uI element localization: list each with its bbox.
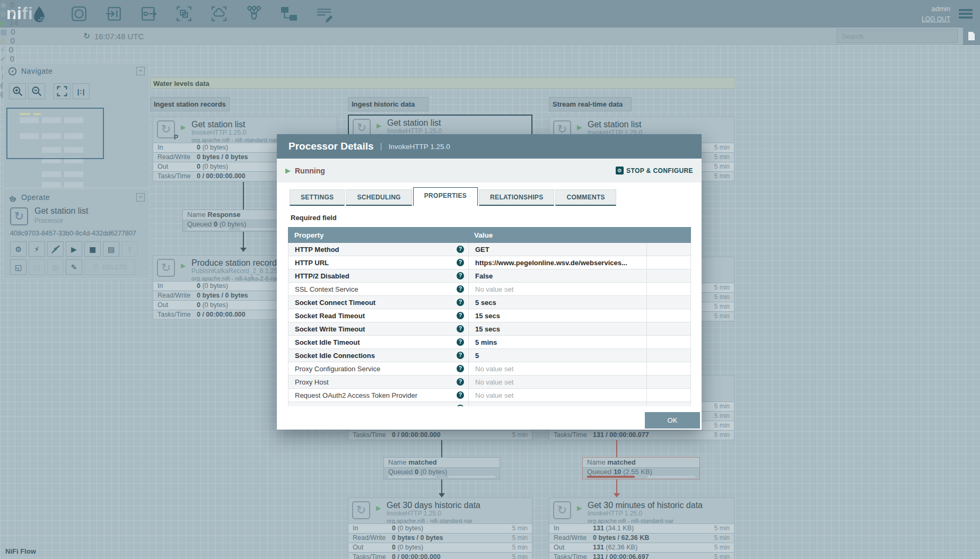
property-name: Socket Write Timeout: [295, 325, 365, 333]
connection-label-matched-left[interactable]: Name matched Queued 0 (0 bytes): [383, 457, 500, 479]
dialog-tab[interactable]: SETTINGS: [290, 189, 345, 206]
help-icon[interactable]: ?: [457, 365, 464, 372]
help-icon[interactable]: ?: [457, 285, 464, 293]
ok-button[interactable]: OK: [645, 412, 700, 429]
help-icon[interactable]: ?: [457, 299, 464, 306]
connection-label-matched-right[interactable]: Name matched Queued 10 (2.55 KB): [582, 457, 700, 479]
dialog-header: Processor Details | InvokeHTTP 1.25.0: [277, 134, 702, 159]
dialog-tab[interactable]: PROPERTIES: [413, 187, 478, 206]
help-icon[interactable]: ?: [457, 391, 464, 399]
navigate-title: Navigate: [21, 67, 52, 75]
stop-and-configure-button[interactable]: ⚙ STOP & CONFIGURE: [616, 167, 693, 174]
help-icon[interactable]: ?: [457, 338, 464, 346]
property-name: SSL Context Service: [295, 285, 358, 293]
properties-table-header: Property Value: [288, 227, 691, 243]
remote-process-group-icon[interactable]: [211, 5, 228, 22]
operate-action-button[interactable]: ▤: [103, 241, 119, 257]
canvas-label-water-levels[interactable]: Water levels data: [150, 77, 735, 89]
property-row: Proxy Host ? No value set: [288, 375, 690, 389]
selected-component-type: Processor: [34, 217, 63, 224]
collapse-operate-button[interactable]: −: [136, 193, 145, 202]
hand-icon: [8, 193, 17, 202]
dialog-tab[interactable]: SCHEDULING: [346, 189, 412, 206]
logout-link[interactable]: LOG OUT: [922, 14, 950, 24]
search-input[interactable]: [837, 29, 958, 43]
property-row: Proxy Configuration Service ? No value s…: [288, 362, 690, 375]
processor-stat-row: Out 0 (0 bytes) 5 min: [348, 543, 532, 552]
minimap-viewport[interactable]: [6, 108, 104, 159]
collapse-navigate-button[interactable]: −: [136, 67, 145, 75]
status-item: ■ 0: [0, 27, 67, 36]
connection-line[interactable]: [441, 479, 442, 493]
processor-stat-row: Out 131 (62.36 KB) 5 min: [549, 543, 734, 552]
operate-action-button[interactable]: ▦: [47, 259, 64, 275]
last-refresh-time: 16:07:48 UTC: [94, 32, 144, 41]
dialog-tab[interactable]: COMMENTS: [555, 189, 616, 206]
input-port-icon[interactable]: [106, 5, 122, 22]
processor-get-30-days-historic-data[interactable]: ↻ ▶ Get 30 days historic data InvokeHTTP…: [348, 497, 532, 559]
connection-line[interactable]: [243, 232, 244, 248]
status-count: 14: [10, 18, 19, 27]
property-value: 5: [468, 349, 646, 362]
operate-action-button[interactable]: ■: [84, 241, 101, 257]
canvas-label-ingest-historic-data[interactable]: Ingest historic data: [348, 97, 428, 111]
dialog-tab[interactable]: RELATIONSHIPS: [479, 189, 554, 206]
operate-action-button[interactable]: ⚡: [47, 241, 64, 257]
running-status-icon: ▶: [181, 124, 186, 131]
operate-action-button[interactable]: ⬆: [121, 241, 138, 257]
connection-line[interactable]: [243, 182, 244, 209]
property-name: Socket Read Timeout: [295, 312, 365, 320]
operate-action-button[interactable]: ▶: [66, 241, 82, 257]
process-group-icon[interactable]: [176, 5, 192, 22]
breadcrumb[interactable]: NiFi Flow: [5, 547, 36, 555]
property-name: HTTP URL: [295, 259, 329, 267]
help-icon[interactable]: ?: [457, 325, 464, 333]
birdseye-toggle-icon[interactable]: [963, 28, 980, 45]
connection-line[interactable]: [616, 479, 617, 493]
refresh-icon[interactable]: ↻: [83, 31, 90, 41]
connection-line[interactable]: [441, 440, 442, 457]
canvas-label-ingest-station-records[interactable]: Ingest station records: [150, 97, 230, 111]
help-icon[interactable]: ?: [457, 246, 464, 253]
operate-action-button[interactable]: ⚙: [10, 241, 27, 257]
connection-arrowhead-icon: [439, 493, 445, 497]
current-user: admin: [922, 4, 950, 14]
output-port-icon[interactable]: [141, 5, 158, 22]
canvas-label-stream-real-time-data[interactable]: Stream real-time data: [549, 97, 632, 111]
required-field-note: Required field: [291, 214, 337, 222]
delete-button[interactable]: DELETE: [84, 259, 135, 275]
connection-line[interactable]: [616, 440, 617, 457]
help-icon[interactable]: ?: [457, 259, 464, 266]
template-icon[interactable]: [281, 5, 298, 22]
operate-action-button[interactable]: ⚡: [29, 241, 45, 257]
global-menu-icon[interactable]: [959, 7, 973, 20]
processor-type: InvokeHTTP 1.25.0: [588, 510, 725, 518]
help-icon[interactable]: ?: [457, 272, 464, 280]
zoom-out-button[interactable]: [28, 83, 45, 99]
processor-stat-row: Tasks/Time 0 / 00:00:00.000 5 min: [348, 430, 532, 440]
zoom-actual-size-button[interactable]: |:|: [73, 83, 90, 99]
processor-type-icon: ↻: [157, 259, 175, 277]
property-name: HTTP Method: [295, 246, 339, 254]
help-icon[interactable]: ?: [457, 405, 464, 406]
operate-action-button[interactable]: ✎: [66, 259, 82, 275]
help-icon[interactable]: ?: [457, 378, 464, 386]
funnel-icon[interactable]: [246, 5, 262, 22]
processor-stat-row: Tasks/Time 131 / 00:00:06.697 5 min: [549, 552, 734, 559]
birdseye-minimap[interactable]: [5, 106, 148, 189]
zoom-in-button[interactable]: [9, 83, 26, 99]
label-icon[interactable]: [316, 5, 332, 22]
operate-action-button[interactable]: ◳: [29, 259, 45, 275]
status-icon: ▶: [0, 19, 6, 27]
zoom-fit-button[interactable]: [54, 83, 71, 99]
operate-action-button[interactable]: ◱: [10, 259, 27, 275]
status-bar: ▣ 1 / 1 ⣿ 0 ≡ 613 / 162.02 KB ◉ 0 ⊘ 0 ▶ …: [0, 28, 980, 45]
processor-details-dialog: Processor Details | InvokeHTTP 1.25.0 ▶ …: [277, 134, 702, 430]
connection-label-response[interactable]: Name Response Queued 0 (0 bytes): [182, 209, 286, 232]
help-icon[interactable]: ?: [457, 312, 464, 319]
processor-get-30-minutes-historic-data[interactable]: ↻ ▶ Get 30 minutes of historic data Invo…: [549, 497, 734, 559]
help-icon[interactable]: ?: [457, 352, 464, 359]
status-icon: ◉: [0, 1, 6, 9]
running-status-text: Running: [295, 167, 325, 175]
property-name: Socket Idle Timeout: [295, 338, 360, 346]
